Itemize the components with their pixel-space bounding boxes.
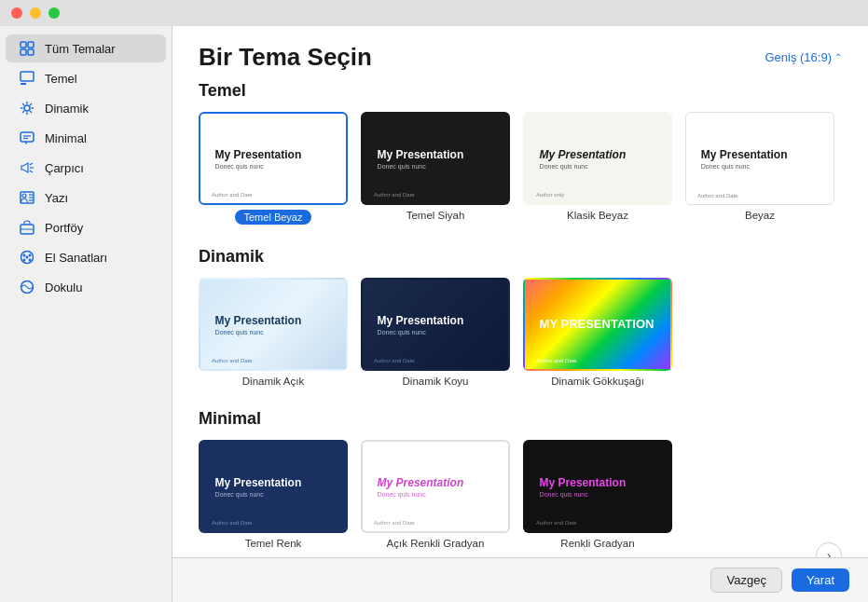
- thumb-subtitle-dinamik-koyu: Donec quis nunc: [378, 329, 494, 335]
- sidebar-item-tum-temalar[interactable]: Tüm Temalar: [6, 34, 166, 62]
- theme-label-beyaz: Beyaz: [745, 210, 775, 221]
- sidebar-item-el-sanatlari[interactable]: El Sanatları: [6, 243, 166, 271]
- theme-card-renkli-gradyan[interactable]: My Presentation Donec quis nunc Author a…: [523, 440, 672, 549]
- svg-point-29: [23, 254, 26, 257]
- thumb-title-temel-renk: My Presentation: [215, 476, 332, 489]
- theme-thumbnail-temel-siyah[interactable]: My Presentation Donec quis nunc Author a…: [361, 112, 510, 205]
- theme-card-klasik-beyaz[interactable]: My Presentation Donec quis nunc Author o…: [523, 112, 672, 225]
- theme-card-temel-renk[interactable]: My Presentation Donec quis nunc Author a…: [199, 440, 348, 549]
- bottom-bar: Vazgeç Yarat: [172, 557, 868, 602]
- theme-thumbnail-beyaz[interactable]: My Presentation Donec quis nunc Author a…: [685, 112, 834, 205]
- svg-rect-15: [21, 132, 34, 142]
- theme-card-dinamik-koyu[interactable]: My Presentation Donec quis nunc Author a…: [361, 278, 510, 387]
- svg-point-32: [29, 259, 32, 262]
- svg-point-6: [24, 105, 30, 111]
- thumb-title-klasik-beyaz: My Presentation: [540, 148, 656, 161]
- svg-rect-4: [21, 72, 34, 81]
- theme-thumbnail-klasik-beyaz[interactable]: My Presentation Donec quis nunc Author o…: [523, 112, 672, 205]
- person-icon: [19, 189, 35, 206]
- section-minimal: Minimal My Presentation Donec quis nunc …: [199, 409, 842, 557]
- thumb-subtitle-dinamik-acik: Donec quis nunc: [215, 329, 332, 335]
- themes-scroll-area[interactable]: Temel My Presentation Donec quis nunc Au…: [172, 81, 868, 557]
- sidebar: Tüm Temalar Temel: [0, 26, 172, 602]
- theme-card-temel-beyaz[interactable]: My Presentation Donec quis nunc Author a…: [199, 112, 348, 225]
- content-area: Bir Tema Seçin Geniş (16:9) ⌃ Temel My P…: [172, 26, 868, 602]
- thumb-subtitle-temel-beyaz: Donec quis nunc: [215, 163, 332, 170]
- create-button[interactable]: Yarat: [792, 568, 849, 592]
- content-header: Bir Tema Seçin Geniş (16:9) ⌃: [172, 26, 868, 81]
- sidebar-item-temel[interactable]: Temel: [6, 64, 166, 92]
- section-title-dinamik: Dinamik: [199, 247, 842, 267]
- themes-row-minimal: My Presentation Donec quis nunc Author a…: [199, 440, 842, 557]
- theme-thumbnail-temel-renk[interactable]: My Presentation Donec quis nunc Author a…: [199, 440, 348, 533]
- svg-line-18: [30, 163, 33, 165]
- sidebar-item-dokulu[interactable]: Dokulu: [6, 273, 166, 301]
- svg-rect-0: [21, 42, 26, 48]
- briefcase-icon: [19, 219, 35, 236]
- sidebar-item-label-carpici: Çarpıcı: [45, 161, 84, 175]
- thumb-footer-beyaz: Author and Date: [697, 193, 738, 198]
- sidebar-item-label-tum-temalar: Tüm Temalar: [45, 42, 116, 56]
- thumb-subtitle-temel-renk: Donec quis nunc: [215, 491, 332, 498]
- sidebar-item-dinamik[interactable]: Dinamik: [6, 94, 166, 122]
- circle-icon: [19, 279, 35, 295]
- theme-label-klasik-beyaz: Klasik Beyaz: [567, 210, 628, 221]
- thumb-footer-dinamik-acik: Author and Date: [212, 358, 253, 363]
- sidebar-item-minimal[interactable]: Minimal: [6, 124, 166, 152]
- theme-thumbnail-temel-beyaz[interactable]: My Presentation Donec quis nunc Author a…: [199, 112, 348, 205]
- theme-thumbnail-acik-renkli-gradyan[interactable]: My Presentation Donec quis nunc Author a…: [361, 440, 510, 533]
- close-button[interactable]: [11, 7, 22, 19]
- theme-label-renkli-gradyan: Renkli Gradyan: [560, 538, 634, 549]
- theme-card-acik-renkli-gradyan[interactable]: My Presentation Donec quis nunc Author a…: [361, 440, 510, 549]
- thumb-subtitle-temel-siyah: Donec quis nunc: [378, 163, 494, 170]
- theme-label-dinamik-acik: Dinamik Açık: [242, 376, 304, 387]
- theme-thumbnail-renkli-gradyan[interactable]: My Presentation Donec quis nunc Author a…: [523, 440, 672, 533]
- thumb-footer-temel-siyah: Author and Date: [374, 192, 415, 198]
- theme-label-acik-renkli-gradyan: Açık Renkli Gradyan: [387, 538, 485, 549]
- main-container: Tüm Temalar Temel: [0, 26, 868, 602]
- themes-grid-minimal: My Presentation Donec quis nunc Author a…: [199, 440, 803, 557]
- sidebar-item-yazi[interactable]: Yazı: [6, 184, 166, 212]
- minimize-button[interactable]: [30, 7, 41, 19]
- svg-line-20: [30, 171, 33, 172]
- sidebar-item-carpici[interactable]: Çarpıcı: [6, 154, 166, 182]
- theme-card-dinamik-gokkusagi[interactable]: My Presentation Author and Date Dinamik …: [523, 278, 672, 387]
- aspect-ratio-button[interactable]: Geniş (16:9) ⌃: [765, 50, 842, 64]
- maximize-button[interactable]: [48, 7, 60, 19]
- next-arrow-button[interactable]: ›: [816, 542, 842, 557]
- theme-label-dinamik-koyu: Dinamik Koyu: [403, 376, 469, 387]
- thumb-footer-dinamik-gokkusagi: Author and Date: [536, 358, 577, 363]
- sidebar-item-portfoy[interactable]: Portföy: [6, 213, 166, 241]
- aspect-ratio-label: Geniş (16:9): [765, 50, 832, 64]
- thumb-subtitle-beyaz: Donec quis nunc: [701, 163, 819, 170]
- section-temel: Temel My Presentation Donec quis nunc Au…: [199, 81, 842, 225]
- theme-card-dinamik-acik[interactable]: My Presentation Donec quis nunc Author a…: [199, 278, 348, 387]
- megaphone-icon: [19, 159, 35, 176]
- sidebar-item-label-dinamik: Dinamik: [45, 102, 89, 116]
- svg-line-13: [30, 103, 32, 105]
- svg-rect-1: [28, 42, 34, 48]
- theme-thumbnail-dinamik-gokkusagi[interactable]: My Presentation Author and Date: [523, 278, 672, 371]
- theme-thumbnail-dinamik-acik[interactable]: My Presentation Donec quis nunc Author a…: [199, 278, 348, 371]
- layout-icon: [19, 70, 35, 87]
- thumb-subtitle-renkli-gradyan: Donec quis nunc: [540, 491, 656, 498]
- cancel-button[interactable]: Vazgeç: [710, 568, 781, 593]
- theme-card-temel-siyah[interactable]: My Presentation Donec quis nunc Author a…: [361, 112, 510, 225]
- star-icon: [19, 100, 35, 116]
- chevron-icon: ⌃: [834, 52, 842, 62]
- sidebar-item-label-temel: Temel: [45, 72, 77, 86]
- thumb-footer-temel-renk: Author and Date: [212, 520, 253, 526]
- grid-icon: [19, 40, 35, 57]
- svg-rect-5: [21, 83, 26, 85]
- thumb-title-dinamik-koyu: My Presentation: [378, 314, 494, 327]
- thumb-footer-klasik-beyaz: Author only: [536, 192, 564, 198]
- theme-card-beyaz[interactable]: My Presentation Donec quis nunc Author a…: [685, 112, 834, 225]
- sidebar-item-label-portfoy: Portföy: [45, 221, 83, 235]
- section-title-minimal: Minimal: [199, 409, 842, 429]
- theme-thumbnail-dinamik-koyu[interactable]: My Presentation Donec quis nunc Author a…: [361, 278, 510, 371]
- thumb-subtitle-klasik-beyaz: Donec quis nunc: [540, 163, 656, 170]
- thumb-footer-acik-renkli-gradyan: Author and Date: [374, 520, 415, 526]
- svg-line-11: [22, 103, 24, 105]
- thumb-title-beyaz: My Presentation: [701, 148, 819, 161]
- theme-label-temel-siyah: Temel Siyah: [406, 210, 465, 221]
